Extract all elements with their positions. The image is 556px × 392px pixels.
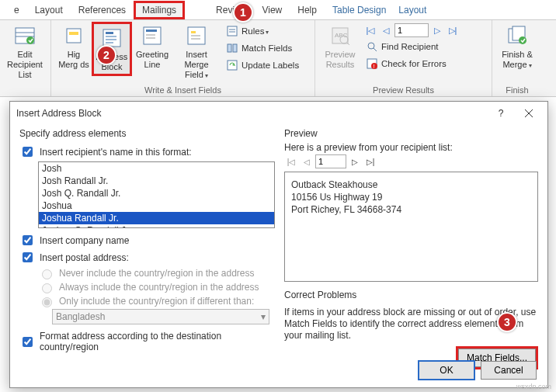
preview-column: Preview Here is a preview from your reci… (284, 125, 538, 369)
ribbon-body: Edit Recipient List Hig Merg ds Address … (0, 20, 556, 97)
preview-results-button[interactable]: ABC Preview Results (320, 22, 360, 71)
step-badge-3: 3 (497, 312, 517, 332)
edit-recipient-list-button[interactable]: Edit Recipient List (5, 22, 45, 82)
country-value: Bangladesh (56, 311, 105, 322)
radio-only[interactable]: Only include the country/region if diffe… (38, 295, 275, 307)
watermark: wsxdn.com (516, 383, 551, 390)
svg-point-37 (519, 36, 526, 44)
close-icon (524, 109, 533, 118)
list-item[interactable]: Joshua Q. Randall Jr. (39, 224, 274, 228)
insert-merge-field-button[interactable]: Insert Merge Field (172, 22, 221, 82)
highlight-merge-label: Hig Merg ds (58, 50, 89, 70)
chevron-down-icon: ▾ (261, 311, 266, 322)
check-errors-label: Check for Errors (381, 59, 447, 68)
radio-never[interactable]: Never include the country/region in the … (38, 267, 275, 279)
preview-subheader: Here is a preview from your recipient li… (284, 142, 538, 153)
insert-postal-checkbox[interactable]: Insert postal address: (19, 250, 275, 265)
greeting-line-label: Greeting Line (136, 50, 169, 70)
specify-address-column: Specify address elements Insert recipien… (19, 125, 275, 369)
tab-table-design[interactable]: Table Design (325, 2, 394, 19)
insert-company-check-input[interactable] (23, 235, 33, 245)
insert-name-checkbox[interactable]: Insert recipient's name in this format: (19, 144, 275, 159)
radio-only-label: Only include the country/region if diffe… (59, 296, 254, 307)
name-format-listbox[interactable]: Josh Josh Randall Jr. Josh Q. Randall Jr… (38, 161, 275, 228)
match-fields-ribbon-button[interactable]: Match Fields (224, 40, 301, 56)
tab-help[interactable]: Help (290, 2, 325, 19)
radio-never-input[interactable] (42, 269, 52, 279)
list-item[interactable]: Joshua (39, 199, 274, 212)
ok-button[interactable]: OK (419, 361, 474, 380)
radio-always-label: Always include the country/region in the… (59, 282, 259, 293)
find-recipient-button[interactable]: Find Recipient (363, 39, 484, 54)
finish-merge-button[interactable]: Finish & Merge (497, 22, 537, 72)
check-errors-icon: ! (366, 57, 378, 70)
tab-references[interactable]: References (71, 2, 134, 19)
insert-postal-check-input[interactable] (23, 252, 33, 262)
svg-rect-13 (146, 34, 155, 36)
update-labels-button[interactable]: Update Labels (224, 57, 301, 73)
finish-merge-label: Finish & Merge (502, 50, 533, 71)
insert-company-label: Insert company name (40, 235, 129, 246)
preview-prev-button[interactable]: ◁ (300, 154, 314, 168)
preview-first-button[interactable]: |◁ (284, 154, 298, 168)
step-badge-1: 1 (233, 2, 253, 23)
radio-always-input[interactable] (42, 283, 52, 293)
svg-point-3 (26, 36, 34, 44)
tab-mailings[interactable]: Mailings (134, 1, 185, 19)
svg-rect-18 (191, 38, 200, 40)
svg-rect-16 (191, 31, 196, 33)
merge-field-icon (184, 23, 209, 48)
format-destination-checkbox[interactable]: Format address according to the destinat… (19, 331, 275, 352)
find-recipient-label: Find Recipient (381, 42, 439, 51)
svg-point-30 (368, 43, 374, 49)
close-button[interactable] (516, 104, 541, 123)
check-errors-button[interactable]: ! Check for Errors (363, 56, 484, 71)
preview-next-button[interactable]: ▷ (348, 154, 362, 168)
help-button[interactable]: ? (488, 104, 513, 123)
svg-text:!: ! (374, 64, 375, 69)
greeting-icon (140, 23, 165, 48)
list-item[interactable]: Josh Q. Randall Jr. (39, 187, 274, 199)
svg-rect-10 (106, 42, 113, 43)
svg-line-31 (374, 48, 377, 51)
list-item[interactable]: Josh (39, 162, 274, 175)
match-fields-ribbon-label: Match Fields (242, 43, 292, 53)
prev-record-button[interactable]: ◁ (379, 23, 393, 37)
tab-file-fragment[interactable]: e (6, 2, 27, 19)
next-record-button[interactable]: ▷ (430, 23, 444, 37)
svg-rect-5 (69, 32, 78, 35)
update-labels-label: Update Labels (242, 61, 299, 70)
preview-record-input[interactable] (315, 154, 346, 168)
first-record-button[interactable]: |◁ (363, 23, 377, 37)
tab-view[interactable]: View (254, 2, 290, 19)
dialog-titlebar: Insert Address Block ? (10, 102, 547, 125)
insert-name-check-input[interactable] (23, 147, 33, 157)
list-item[interactable]: Josh Randall Jr. (39, 175, 274, 187)
cancel-button[interactable]: Cancel (481, 361, 537, 380)
highlight-icon (61, 23, 86, 48)
svg-rect-19 (228, 26, 237, 36)
preview-record-nav: |◁ ◁ ▷ ▷| (284, 154, 538, 168)
radio-only-input[interactable] (42, 297, 52, 307)
record-number-input[interactable] (394, 23, 429, 37)
svg-rect-12 (146, 29, 157, 32)
dialog-footer: OK Cancel (419, 361, 537, 380)
specify-header: Specify address elements (19, 125, 275, 142)
svg-rect-14 (146, 37, 155, 39)
highlight-merge-fields-button[interactable]: Hig Merg ds (56, 22, 92, 71)
svg-rect-7 (106, 32, 113, 34)
svg-rect-8 (106, 36, 116, 37)
tab-layout[interactable]: Layout (27, 2, 71, 19)
dialog-title: Insert Address Block (16, 108, 101, 119)
last-record-button[interactable]: ▷| (446, 23, 460, 37)
radio-always[interactable]: Always include the country/region in the… (38, 281, 275, 293)
greeting-line-button[interactable]: Greeting Line (132, 22, 172, 71)
tab-layout-contextual[interactable]: Layout (394, 2, 434, 19)
format-dest-check-input[interactable] (23, 337, 33, 347)
recipient-list-icon (12, 23, 37, 48)
insert-company-checkbox[interactable]: Insert company name (19, 233, 275, 248)
rules-button[interactable]: Rules (224, 23, 301, 39)
preview-last-button[interactable]: ▷| (363, 154, 377, 168)
preview-results-label: Preview Results (325, 50, 355, 70)
list-item-selected[interactable]: Joshua Randall Jr. (39, 212, 274, 224)
